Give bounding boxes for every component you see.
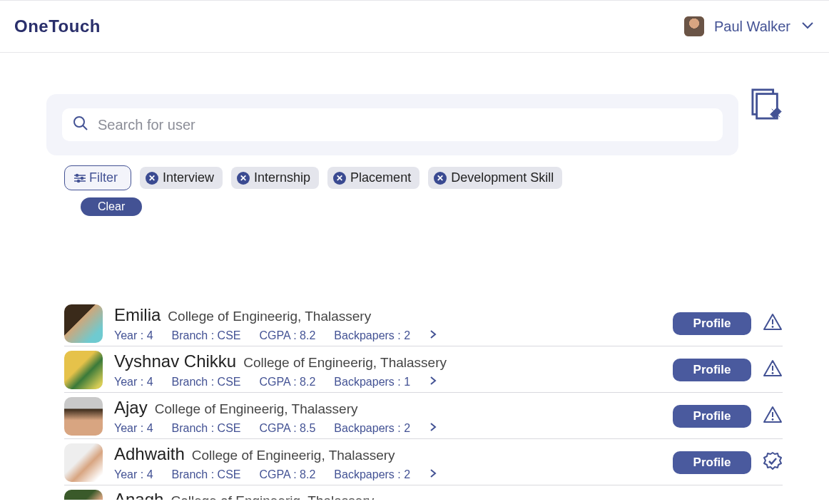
- user-college: College of Engineerig, Thalassery: [155, 401, 358, 417]
- user-avatar: [64, 397, 103, 436]
- user-row: Vyshnav ChikkuCollege of Engineerig, Tha…: [64, 346, 783, 393]
- user-menu[interactable]: Paul Walker: [684, 16, 815, 36]
- user-cgpa: CGPA : 8.2: [260, 376, 316, 389]
- search-icon: [72, 115, 89, 135]
- user-branch: Branch : CSE: [172, 329, 241, 342]
- svg-point-8: [81, 177, 83, 179]
- search-input[interactable]: [98, 117, 713, 133]
- user-college: College of Engineerig, Thalassery: [168, 309, 371, 324]
- user-cgpa: CGPA : 8.5: [260, 422, 316, 435]
- user-info: EmiliaCollege of Engineerig, ThalasseryY…: [114, 305, 661, 342]
- svg-line-1: [83, 125, 87, 130]
- profile-button[interactable]: Profile: [673, 451, 751, 474]
- user-year: Year : 4: [114, 422, 153, 435]
- user-row: AjayCollege of Engineerig, ThalasseryYea…: [64, 393, 783, 439]
- filter-button[interactable]: Filter: [64, 165, 131, 190]
- chip-label: Interview: [163, 170, 214, 185]
- user-info: AjayCollege of Engineerig, ThalasseryYea…: [114, 398, 661, 435]
- chip-remove-icon[interactable]: ✕: [146, 172, 158, 185]
- search-container: [46, 94, 738, 155]
- user-row: EmiliaCollege of Engineerig, ThalasseryY…: [64, 300, 783, 346]
- verified-icon: [763, 451, 783, 474]
- chip-remove-icon[interactable]: ✕: [434, 172, 447, 185]
- user-avatar: [64, 443, 103, 482]
- warning-icon: [763, 359, 783, 381]
- brand-logo: OneTouch: [14, 16, 101, 36]
- filter-chip: ✕Interview: [140, 167, 223, 189]
- clear-button[interactable]: Clear: [81, 197, 142, 216]
- brand-rest: Touch: [49, 16, 101, 36]
- user-backpapers: Backpapers : 2: [334, 422, 410, 435]
- profile-button[interactable]: Profile: [673, 405, 751, 428]
- filters-row: Filter ✕Interview✕Internship✕Placement✕D…: [46, 165, 783, 190]
- brand-bold: One: [14, 16, 49, 36]
- chip-remove-icon[interactable]: ✕: [237, 172, 250, 185]
- profile-button[interactable]: Profile: [673, 312, 751, 335]
- user-cgpa: CGPA : 8.2: [260, 329, 316, 342]
- user-avatar: [64, 351, 103, 389]
- svg-point-9: [78, 180, 80, 182]
- user-info: AdhwaithCollege of Engineerig, Thalasser…: [114, 444, 661, 481]
- notes-icon[interactable]: [751, 88, 783, 120]
- user-row: AnaghCollege of Engineerig, Thalassery: [64, 485, 783, 500]
- chevron-right-icon[interactable]: [429, 376, 437, 389]
- svg-point-13: [772, 372, 774, 374]
- user-avatar: [64, 304, 103, 343]
- chip-label: Development Skill: [451, 170, 554, 185]
- header: OneTouch Paul Walker: [0, 0, 829, 53]
- user-college: College of Engineerig, Thalassery: [243, 355, 447, 371]
- user-cgpa: CGPA : 8.2: [260, 468, 316, 481]
- chevron-right-icon[interactable]: [429, 422, 437, 435]
- user-info: Vyshnav ChikkuCollege of Engineerig, Tha…: [114, 351, 661, 389]
- filter-label: Filter: [89, 170, 118, 185]
- svg-point-15: [772, 418, 774, 421]
- search-field[interactable]: [62, 108, 723, 141]
- user-name: Anagh: [114, 490, 163, 500]
- user-info: AnaghCollege of Engineerig, Thalassery: [114, 490, 783, 500]
- filter-chip: ✕Internship: [231, 167, 319, 189]
- user-name: Ajay: [114, 398, 148, 418]
- user-year: Year : 4: [114, 468, 153, 481]
- avatar: [684, 16, 704, 36]
- user-avatar: [64, 490, 103, 500]
- user-college: College of Engineerig, Thalassery: [192, 448, 395, 463]
- chevron-right-icon[interactable]: [429, 329, 437, 342]
- user-branch: Branch : CSE: [172, 422, 241, 435]
- user-backpapers: Backpapers : 2: [334, 329, 410, 342]
- user-year: Year : 4: [114, 329, 153, 342]
- svg-point-11: [772, 326, 774, 328]
- user-backpapers: Backpapers : 1: [334, 376, 410, 389]
- filter-chip: ✕Development Skill: [428, 167, 562, 189]
- chip-label: Internship: [254, 170, 310, 185]
- user-branch: Branch : CSE: [172, 376, 241, 389]
- user-name: Vyshnav Chikku: [114, 351, 236, 371]
- username-label: Paul Walker: [714, 19, 790, 35]
- user-branch: Branch : CSE: [172, 468, 241, 481]
- svg-point-7: [76, 174, 78, 176]
- chevron-right-icon[interactable]: [429, 468, 437, 481]
- warning-icon: [763, 312, 783, 335]
- results-list: EmiliaCollege of Engineerig, ThalasseryY…: [46, 300, 783, 500]
- chip-label: Placement: [350, 170, 411, 185]
- user-name: Emilia: [114, 305, 161, 325]
- user-year: Year : 4: [114, 376, 153, 389]
- user-row: AdhwaithCollege of Engineerig, Thalasser…: [64, 439, 783, 485]
- user-backpapers: Backpapers : 2: [334, 468, 410, 481]
- svg-point-0: [74, 117, 84, 127]
- filter-chip: ✕Placement: [327, 167, 419, 189]
- warning-icon: [763, 405, 783, 428]
- chevron-down-icon: [800, 20, 815, 33]
- user-college: College of Engineerig, Thalassery: [171, 493, 374, 500]
- profile-button[interactable]: Profile: [673, 359, 751, 381]
- chip-remove-icon[interactable]: ✕: [333, 172, 346, 185]
- user-name: Adhwaith: [114, 444, 185, 464]
